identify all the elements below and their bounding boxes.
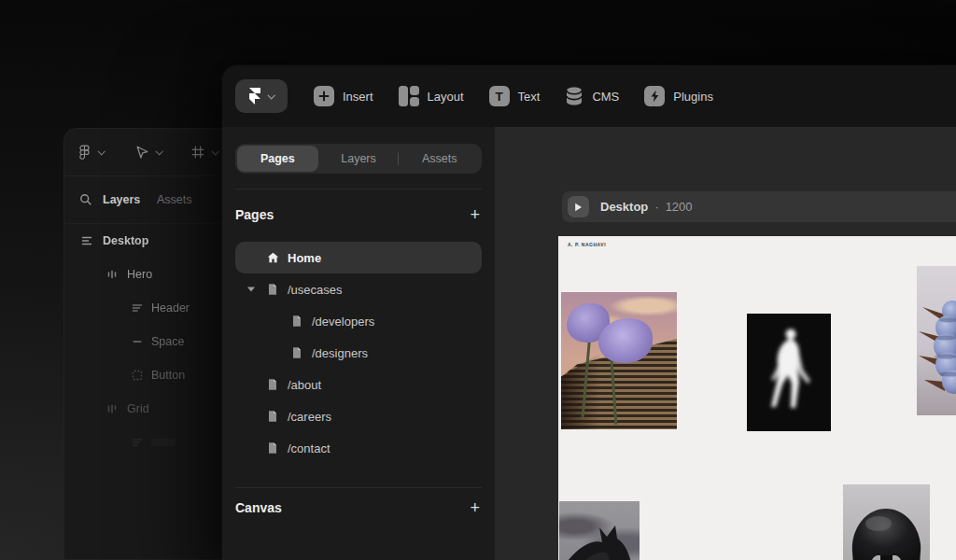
desktop-artboard[interactable]: A. P. NAGHAVI	[558, 236, 956, 560]
layer-row-desktop[interactable]: Desktop	[63, 224, 230, 258]
framer-logo-icon	[249, 88, 260, 105]
background-design-app-panel: Layers Assets Desktop Hero Header Space …	[63, 128, 230, 560]
layout-label: Layout	[428, 90, 464, 104]
layer-label: Button	[151, 369, 185, 382]
home-icon	[267, 252, 279, 263]
frame-tool-button[interactable]	[190, 128, 218, 176]
layout-icon	[399, 86, 419, 106]
background-panel-toolbar	[63, 128, 230, 176]
layer-row-space[interactable]: Space	[63, 325, 230, 358]
breakpoint-name: Desktop	[600, 200, 648, 214]
framer-app-window: Insert Layout T Text CMS P	[222, 65, 956, 560]
insert-button[interactable]: Insert	[314, 86, 373, 106]
chevron-down-icon	[97, 147, 105, 155]
page-icon	[267, 442, 278, 455]
layer-row-faint[interactable]	[63, 426, 230, 459]
sidebar-tabs: Pages Layers Assets	[235, 144, 482, 174]
canvas-image-horse[interactable]	[559, 501, 640, 560]
cursor-icon	[134, 145, 149, 160]
layer-row-button[interactable]: Button	[63, 358, 230, 392]
play-icon	[574, 203, 583, 212]
canvas-image-iris-building[interactable]	[561, 292, 677, 429]
page-row-developers[interactable]: /developers	[235, 305, 482, 337]
canvas-area[interactable]: Desktop · 1200 A. P. NAGHAVI	[495, 127, 956, 560]
page-label: /usecases	[288, 283, 343, 297]
move-tool-button[interactable]	[134, 128, 162, 176]
page-icon	[291, 315, 302, 328]
page-row-contact[interactable]: /contact	[235, 432, 482, 464]
columns-icon	[106, 269, 118, 280]
iris-flower	[598, 318, 653, 363]
page-icon	[267, 379, 278, 391]
plugins-button[interactable]: Plugins	[644, 86, 713, 106]
chevron-down-icon	[267, 91, 274, 99]
add-page-button[interactable]: +	[468, 206, 482, 223]
figma-logo-icon	[77, 145, 91, 160]
page-row-usecases[interactable]: /usecases	[235, 273, 482, 305]
background-panel-tabs: Layers Assets	[63, 176, 230, 224]
tab-layers[interactable]: Layers	[103, 193, 140, 206]
canvas-section-header: Canvas +	[235, 494, 482, 522]
canvas-image-caterpillar[interactable]	[917, 266, 956, 415]
caterpillar-graphic	[917, 266, 956, 415]
layer-label: Hero	[127, 268, 152, 281]
layer-row-hero[interactable]: Hero	[63, 258, 230, 291]
plugins-label: Plugins	[673, 90, 713, 104]
canvas-image-helmet[interactable]	[843, 484, 930, 560]
tab-assets[interactable]: Assets	[157, 193, 192, 206]
canvas-image-xray-figure[interactable]	[747, 314, 831, 431]
layer-row-grid[interactable]: Grid	[63, 392, 230, 426]
text-tool-icon: T	[489, 86, 510, 106]
canvas-title: Canvas	[235, 500, 282, 515]
insert-label: Insert	[343, 90, 373, 104]
figma-logo-tool-button[interactable]	[77, 128, 104, 176]
page-row-about[interactable]: /about	[235, 369, 482, 400]
layer-label-faded	[151, 439, 176, 446]
add-canvas-button[interactable]: +	[468, 499, 482, 516]
framer-toolbar: Insert Layout T Text CMS P	[222, 65, 956, 127]
breakpoint-bar[interactable]: Desktop · 1200	[562, 191, 956, 222]
layer-label: Grid	[127, 402, 149, 415]
page-label: /about	[288, 378, 321, 392]
layer-label: Desktop	[103, 234, 148, 247]
text-lines-icon	[132, 302, 143, 314]
toolbar-menu: Insert Layout T Text CMS P	[314, 86, 713, 106]
divider	[235, 487, 482, 488]
dotted-square-icon	[132, 370, 143, 381]
page-icon	[291, 347, 302, 359]
cms-button[interactable]: CMS	[565, 86, 619, 106]
layer-label: Space	[151, 335, 184, 348]
tab-assets[interactable]: Assets	[399, 146, 480, 172]
page-row-home[interactable]: Home	[235, 242, 482, 273]
page-icon	[267, 284, 278, 296]
text-button[interactable]: T Text	[489, 86, 541, 106]
page-label: Home	[288, 251, 321, 265]
page-row-careers[interactable]: /careers	[235, 400, 482, 432]
page-label: /developers	[312, 315, 374, 329]
framer-menu-button[interactable]	[235, 79, 288, 113]
page-label: /careers	[288, 410, 331, 424]
lightning-icon	[644, 86, 665, 106]
tab-layers[interactable]: Layers	[318, 146, 400, 172]
text-label: Text	[518, 90, 541, 104]
tab-pages[interactable]: Pages	[237, 146, 318, 172]
page-row-designers[interactable]: /designers	[235, 337, 482, 369]
xray-figure-graphic	[747, 314, 831, 431]
layout-button[interactable]: Layout	[399, 86, 464, 106]
framer-sidebar: Pages Layers Assets Pages + Home	[222, 127, 495, 560]
artboard-artist-text: A. P. NAGHAVI	[568, 242, 606, 247]
layer-row-header[interactable]: Header	[63, 291, 230, 325]
frame-icon	[190, 145, 205, 160]
breakpoint-width: 1200	[666, 200, 693, 214]
page-label: /designers	[312, 346, 368, 360]
columns-icon	[106, 403, 118, 414]
preview-play-button[interactable]	[568, 196, 589, 217]
chevron-down-icon	[155, 147, 162, 155]
helmet-graphic	[843, 484, 930, 560]
dash-icon	[132, 336, 143, 347]
pages-list: Home /usecases /developers	[235, 242, 482, 464]
chevron-down-icon	[211, 147, 218, 155]
search-icon[interactable]	[79, 193, 92, 206]
caret-down-icon[interactable]	[247, 287, 255, 292]
frame-lines-icon	[81, 235, 92, 246]
